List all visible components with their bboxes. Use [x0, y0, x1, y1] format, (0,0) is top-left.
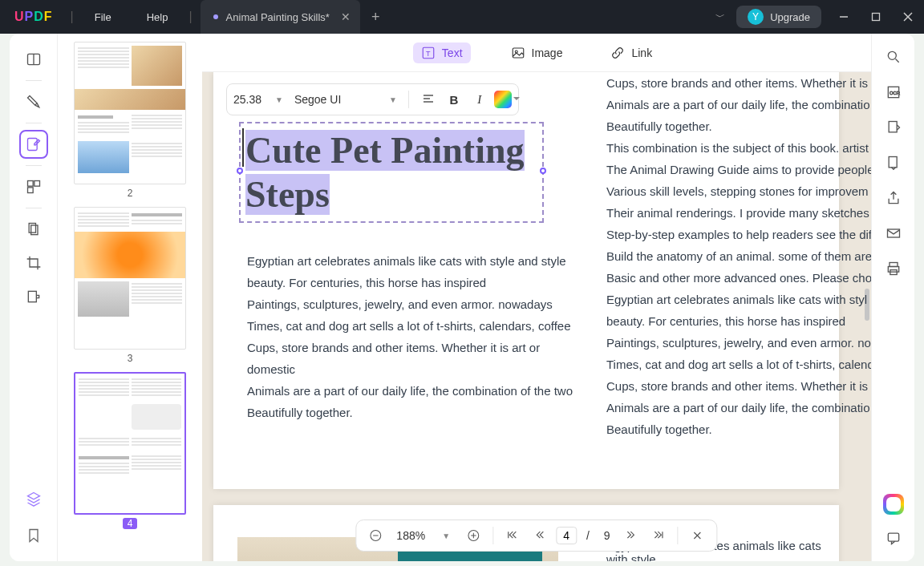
right-toolrail: OCR: [871, 34, 914, 561]
layers-button[interactable]: [19, 484, 48, 513]
text-caret: [242, 128, 244, 167]
email-icon[interactable]: [881, 221, 906, 245]
heading-text[interactable]: Cute Pet PaintingSteps: [241, 123, 542, 221]
sep: [408, 91, 409, 108]
minimize-button[interactable]: [828, 0, 860, 34]
close-tab-button[interactable]: ✕: [341, 10, 351, 23]
sep: |: [185, 10, 195, 24]
thumbnail-page-3[interactable]: 3: [74, 207, 186, 364]
sep: [26, 123, 42, 123]
close-bar-button[interactable]: [687, 524, 709, 547]
svg-point-29: [888, 51, 896, 59]
new-tab-button[interactable]: +: [360, 9, 391, 26]
user-avatar: Y: [748, 9, 764, 25]
svg-rect-10: [29, 224, 35, 233]
font-size-input[interactable]: [233, 93, 269, 106]
body-text-right[interactable]: Cups, store brands and other items. Whet…: [606, 72, 871, 440]
thumbnail-number: 2: [74, 188, 186, 199]
page-sep: /: [582, 529, 594, 542]
align-button[interactable]: [417, 88, 440, 111]
organize-tool[interactable]: [19, 172, 48, 201]
upgrade-label: Upgrade: [770, 11, 810, 23]
insert-text-label: Text: [442, 46, 463, 59]
sep: [26, 165, 42, 166]
body-text-left[interactable]: Egyptian art celebrates animals like cat…: [247, 250, 584, 423]
sep: [492, 527, 493, 544]
next-page-button[interactable]: [620, 524, 642, 547]
convert-icon[interactable]: [881, 115, 906, 139]
svg-line-30: [895, 59, 898, 63]
total-pages: 9: [599, 529, 615, 542]
current-page-input[interactable]: 4: [556, 527, 577, 544]
zoom-out-button[interactable]: [364, 524, 387, 547]
first-page-button[interactable]: [501, 524, 524, 547]
page-4[interactable]: Cute Pet PaintingSteps Egyptian art cele…: [213, 72, 839, 489]
text-format-toolbar: ▼ ▼ B I: [226, 83, 519, 115]
svg-rect-1: [873, 14, 880, 21]
thumbnail-panel[interactable]: 2 3 4: [58, 34, 202, 561]
comment-tool[interactable]: [19, 87, 48, 116]
ocr-icon[interactable]: OCR: [881, 80, 906, 104]
edit-pdf-tool[interactable]: [19, 130, 48, 159]
print-icon[interactable]: [881, 257, 906, 281]
color-picker-button[interactable]: [494, 91, 512, 108]
thumbnail-page-4[interactable]: 4: [74, 372, 186, 530]
tab-indicator-icon: [213, 14, 218, 19]
menu-help[interactable]: Help: [129, 11, 186, 23]
font-family-dropdown[interactable]: ▼: [386, 95, 400, 104]
tab-dropdown-button[interactable]: ﹀: [704, 10, 736, 24]
sep: [678, 527, 679, 544]
page-viewport[interactable]: ▼ ▼ B I Cute Pet PaintingSteps: [202, 72, 871, 561]
insert-text-button[interactable]: T Text: [413, 42, 471, 63]
chat-icon[interactable]: [881, 526, 906, 550]
resize-handle-right[interactable]: [540, 168, 546, 174]
crop-tool[interactable]: [19, 249, 48, 277]
share-icon[interactable]: [881, 186, 906, 210]
svg-rect-33: [889, 122, 897, 132]
close-button[interactable]: [892, 0, 924, 34]
thumbnail-page-2[interactable]: 2: [74, 42, 186, 199]
svg-rect-39: [888, 533, 898, 541]
text-edit-box[interactable]: Cute Pet PaintingSteps: [239, 122, 544, 223]
resize-handle-left[interactable]: [237, 168, 243, 174]
maximize-button[interactable]: [860, 0, 892, 34]
insert-bar: T Text Image Link: [202, 34, 871, 72]
sep: [26, 80, 42, 81]
thumbnail-number: 4: [123, 518, 138, 529]
titlebar: UPDF | File Help | Animal Painting Skill…: [0, 0, 924, 34]
svg-rect-7: [27, 181, 33, 187]
insert-link-label: Link: [631, 46, 652, 59]
italic-button[interactable]: I: [468, 88, 491, 111]
upgrade-button[interactable]: Y Upgrade: [736, 6, 821, 28]
font-family-input[interactable]: [294, 93, 383, 106]
app-logo: UPDF: [0, 10, 67, 24]
ai-assistant-button[interactable]: [883, 494, 904, 515]
document-tab[interactable]: Animal Painting Skills* ✕: [201, 0, 360, 34]
prev-page-button[interactable]: [529, 524, 551, 547]
fill-sign-tool[interactable]: [19, 215, 48, 244]
bold-button[interactable]: B: [443, 88, 465, 111]
tab-title: Animal Painting Skills*: [226, 11, 330, 23]
sep: |: [67, 10, 77, 24]
insert-image-label: Image: [532, 46, 563, 59]
main-area: T Text Image Link ▼ ▼ B: [202, 34, 871, 561]
insert-link-button[interactable]: Link: [602, 42, 660, 63]
zoom-dropdown[interactable]: ▼: [435, 524, 457, 547]
bookmark-button[interactable]: [19, 521, 48, 550]
redact-tool[interactable]: [19, 282, 48, 311]
svg-rect-12: [28, 291, 36, 301]
left-toolrail: [10, 34, 58, 561]
font-size-dropdown[interactable]: ▼: [272, 95, 286, 104]
compress-icon[interactable]: [881, 151, 906, 175]
zoom-in-button[interactable]: [462, 524, 484, 547]
sep: [26, 208, 42, 208]
svg-rect-34: [889, 157, 897, 168]
search-icon[interactable]: [881, 45, 906, 69]
insert-image-button[interactable]: Image: [503, 42, 571, 63]
svg-rect-8: [34, 181, 39, 187]
menu-file[interactable]: File: [77, 11, 129, 23]
last-page-button[interactable]: [647, 524, 670, 547]
zoom-value: 188%: [391, 529, 430, 542]
reader-tool[interactable]: [19, 45, 48, 74]
svg-rect-11: [30, 225, 37, 235]
